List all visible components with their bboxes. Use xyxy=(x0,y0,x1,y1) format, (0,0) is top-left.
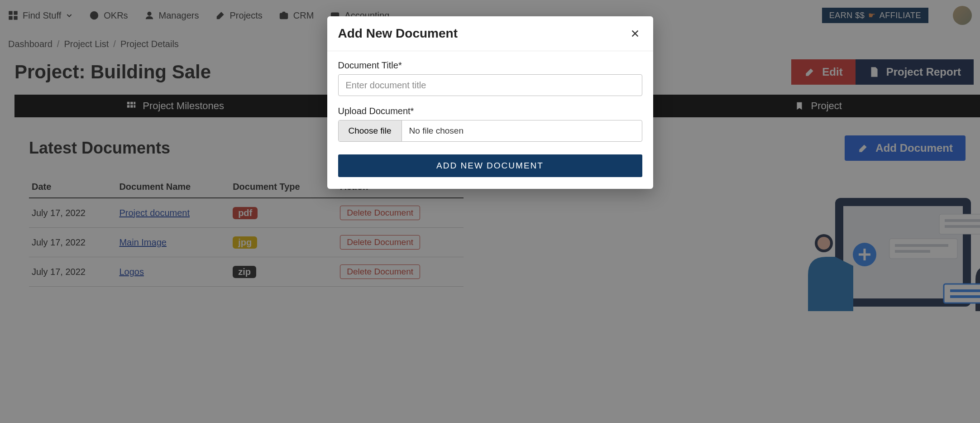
upload-document-label: Upload Document* xyxy=(338,106,642,116)
add-document-modal: Add New Document Document Title* Upload … xyxy=(327,16,653,189)
close-icon xyxy=(630,29,640,38)
choose-file-button[interactable]: Choose file xyxy=(339,120,402,141)
document-title-input[interactable] xyxy=(338,74,642,96)
modal-title: Add New Document xyxy=(338,26,458,41)
document-title-label: Document Title* xyxy=(338,60,642,71)
file-status: No file chosen xyxy=(402,120,642,141)
modal-close-button[interactable] xyxy=(628,26,642,41)
file-upload-row: Choose file No file chosen xyxy=(338,120,642,142)
add-document-submit-button[interactable]: Add New Document xyxy=(338,154,642,177)
